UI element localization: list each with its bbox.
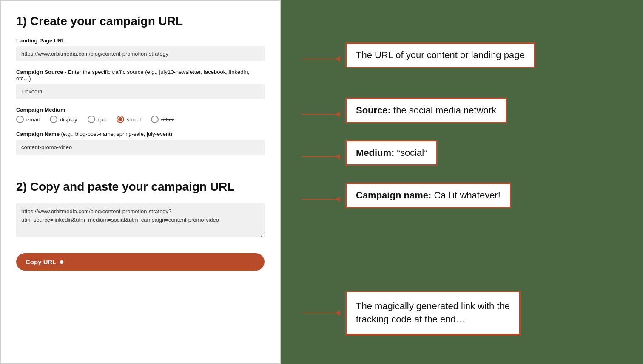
medium-social-option[interactable]: social bbox=[117, 116, 141, 123]
url-end-annotation-box: The magically generated link with the tr… bbox=[345, 291, 521, 335]
landing-page-field-group: Landing Page URL bbox=[16, 37, 265, 61]
medium-social-radio[interactable] bbox=[117, 116, 124, 123]
medium-email-label: email bbox=[26, 116, 40, 123]
medium-other-option[interactable]: other bbox=[151, 116, 174, 123]
generated-url-textarea[interactable]: https://www.orbitmedia.com/blog/content-… bbox=[16, 203, 265, 237]
url-end-arrow-head bbox=[335, 310, 340, 316]
medium-display-label: display bbox=[60, 116, 77, 123]
url-end-annotation-text-line2: tracking code at the end… bbox=[356, 313, 510, 326]
medium-annotation-text: Medium: “social” bbox=[356, 147, 427, 158]
medium-options-row: email display cpc social other bbox=[16, 116, 265, 123]
medium-cpc-label: cpc bbox=[98, 116, 106, 123]
section1-title: 1) Create your campaign URL bbox=[16, 14, 265, 28]
campaign-name-input[interactable] bbox=[16, 140, 265, 155]
medium-arrow-line bbox=[301, 156, 335, 157]
campaign-name-label: Campaign Name (e.g., blog-post-name, spr… bbox=[16, 131, 265, 137]
landing-page-input[interactable] bbox=[16, 46, 265, 61]
source-arrow-line bbox=[301, 114, 335, 115]
right-panel: The URL of your content or landing page … bbox=[281, 0, 643, 364]
medium-cpc-radio[interactable] bbox=[88, 116, 95, 123]
medium-annotation-box: Medium: “social” bbox=[345, 140, 438, 166]
campaign-source-label-bold: Campaign Source bbox=[16, 69, 63, 75]
campaign-medium-field-group: Campaign Medium email display cpc social bbox=[16, 107, 265, 123]
medium-annotation-row: Medium: “social” bbox=[301, 140, 631, 173]
medium-other-radio[interactable] bbox=[151, 116, 159, 123]
url-arrow-line bbox=[301, 59, 335, 59]
url-end-annotation-text-line1: The magically generated link with the bbox=[356, 300, 510, 313]
url-end-annotation-row: The magically generated link with the tr… bbox=[301, 291, 631, 335]
landing-page-label: Landing Page URL bbox=[16, 37, 265, 44]
medium-cpc-option[interactable]: cpc bbox=[88, 116, 106, 123]
medium-display-option[interactable]: display bbox=[50, 116, 77, 123]
campaign-name-description: (e.g., blog-post-name, spring-sale, july… bbox=[60, 131, 172, 137]
source-annotation-text: Source: the social media network bbox=[356, 105, 496, 116]
medium-arrow-head bbox=[335, 154, 340, 160]
name-arrow-head bbox=[335, 196, 340, 202]
left-panel: 1) Create your campaign URL Landing Page… bbox=[0, 0, 281, 364]
campaign-source-input[interactable] bbox=[16, 84, 265, 99]
source-annotation-row: Source: the social media network bbox=[301, 98, 631, 131]
url-arrow-head bbox=[335, 56, 340, 62]
url-annotation-box: The URL of your content or landing page bbox=[345, 42, 535, 68]
name-annotation-box: Campaign name: Call it whatever! bbox=[345, 183, 511, 208]
section2-title: 2) Copy and paste your campaign URL bbox=[16, 180, 265, 194]
source-arrow-head bbox=[335, 111, 340, 117]
name-annotation-row: Campaign name: Call it whatever! bbox=[301, 183, 631, 216]
medium-bold: Medium: bbox=[356, 147, 394, 158]
campaign-medium-label: Campaign Medium bbox=[16, 107, 265, 113]
copy-btn-dot bbox=[60, 260, 63, 264]
source-annotation-box: Source: the social media network bbox=[345, 98, 507, 123]
name-bold: Campaign name: bbox=[356, 190, 431, 200]
name-arrow-line bbox=[301, 199, 335, 200]
medium-email-option[interactable]: email bbox=[16, 116, 40, 123]
url-end-arrow-line bbox=[301, 313, 335, 313]
medium-display-radio[interactable] bbox=[50, 116, 57, 123]
campaign-source-field-group: Campaign Source - Enter the specific tra… bbox=[16, 69, 265, 99]
source-bold: Source: bbox=[356, 105, 391, 116]
campaign-source-label: Campaign Source - Enter the specific tra… bbox=[16, 69, 265, 82]
medium-normal: “social” bbox=[394, 147, 427, 158]
generated-url-field-group: https://www.orbitmedia.com/blog/content-… bbox=[16, 203, 265, 239]
url-annotation-text: The URL of your content or landing page bbox=[356, 50, 525, 60]
campaign-name-label-bold: Campaign Name bbox=[16, 131, 60, 137]
medium-other-label: other bbox=[161, 116, 174, 123]
page-wrapper: 1) Create your campaign URL Landing Page… bbox=[0, 0, 643, 364]
medium-email-radio[interactable] bbox=[16, 116, 24, 123]
medium-social-label: social bbox=[127, 116, 141, 123]
copy-url-label: Copy URL bbox=[26, 258, 57, 265]
url-annotation-row: The URL of your content or landing page bbox=[301, 42, 631, 76]
annotations-layout: The URL of your content or landing page … bbox=[301, 14, 631, 352]
name-normal: Call it whatever! bbox=[431, 190, 501, 200]
source-normal: the social media network bbox=[391, 105, 496, 116]
name-annotation-text: Campaign name: Call it whatever! bbox=[356, 190, 501, 200]
copy-url-button[interactable]: Copy URL bbox=[16, 253, 265, 271]
campaign-name-field-group: Campaign Name (e.g., blog-post-name, spr… bbox=[16, 131, 265, 155]
